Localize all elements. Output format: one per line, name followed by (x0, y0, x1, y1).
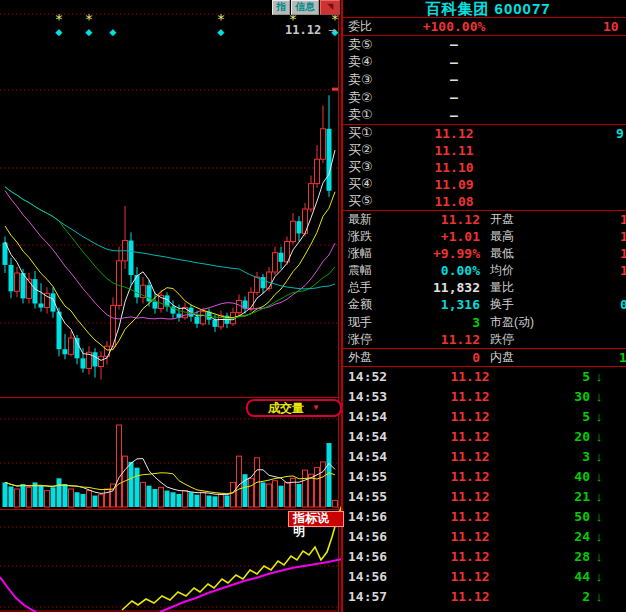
down-arrow-icon: ↓ (590, 549, 608, 564)
ask-level-row[interactable]: 卖③— (343, 71, 626, 89)
info-button[interactable]: 信息 (291, 0, 319, 15)
tick-time: 14:56 (343, 509, 412, 524)
tick-volume: 50 (528, 509, 590, 524)
tick-volume: 28 (528, 549, 590, 564)
info-label: 金额 (343, 296, 392, 313)
time-and-sales-list[interactable]: 14:5211.125↓14:5311.1230↓14:5411.125↓14:… (343, 367, 626, 612)
ask-level-price: — (394, 37, 514, 52)
ask-level-row[interactable]: 卖④— (343, 54, 626, 72)
tick-row: 14:5311.1230↓ (343, 387, 626, 407)
quote-info-row: 涨停11.12跌停 (343, 331, 626, 348)
kline-chart-region[interactable]: *****◆◆◆◆◆ 指 信息 ◥ 11.12 → 成交量 ▼ 指标说明 (0, 0, 344, 612)
tick-time: 14:56 (343, 529, 412, 544)
tick-volume: 21 (528, 489, 590, 504)
asterisk-marker-icon: * (55, 11, 63, 27)
bid-level-row[interactable]: 买②11.11 (343, 142, 626, 159)
volume-pane-selector[interactable]: 成交量 ▼ (246, 399, 342, 417)
down-arrow-icon: ↓ (590, 569, 608, 584)
weibi-row: 委比 +100.00% 10 (343, 18, 626, 36)
info-value: 11.12 (392, 212, 480, 227)
quote-info-row: 震幅0.00%均价1 (343, 262, 626, 279)
tick-time: 14:54 (343, 429, 412, 444)
tick-volume: 24 (528, 529, 590, 544)
last-price-tag: 11.12 → (285, 23, 336, 37)
down-arrow-icon: ↓ (590, 449, 608, 464)
down-arrow-icon: ↓ (590, 509, 608, 524)
waipan-value: 0 (392, 350, 480, 365)
down-arrow-icon: ↓ (590, 389, 608, 404)
tick-row: 14:5711.122↓ (343, 587, 626, 607)
down-arrow-icon: ↓ (590, 369, 608, 384)
down-arrow-icon: ↓ (590, 409, 608, 424)
info-value: 11,832 (392, 280, 480, 295)
indicator-button[interactable]: 指 (272, 0, 290, 15)
bid-level-label: 买⑤ (343, 192, 394, 210)
bid-levels: 买①11.129买②11.11买③11.10买④11.09买⑤11.08 (343, 125, 626, 211)
ask-level-price: — (394, 90, 514, 105)
down-arrow-icon: ↓ (590, 529, 608, 544)
bid-level-price: 11.11 (394, 143, 514, 158)
tick-time: 14:56 (343, 569, 412, 584)
asterisk-marker-icon: * (85, 11, 93, 27)
info-label: 换手 (490, 296, 564, 313)
tick-time: 14:54 (343, 449, 412, 464)
tick-price: 11.12 (412, 429, 528, 444)
tick-row: 14:5611.1228↓ (343, 547, 626, 567)
down-arrow-icon: ↓ (590, 429, 608, 444)
info-label: 总手 (343, 279, 392, 296)
tick-volume: 40 (528, 469, 590, 484)
diamond-marker-icon: ◆ (56, 27, 63, 37)
tick-volume: 2 (528, 589, 590, 604)
info-label: 涨幅 (343, 245, 392, 262)
info-value-clipped: 1 (620, 263, 626, 278)
stock-title: 百科集团 600077 (343, 0, 626, 18)
weicha-value-clipped: 10 (603, 19, 619, 34)
right-arrow-icon: → (328, 23, 335, 37)
tick-volume: 3 (528, 449, 590, 464)
ask-level-row[interactable]: 卖②— (343, 89, 626, 107)
ask-level-row[interactable]: 卖①— (343, 106, 626, 124)
asterisk-marker-icon: * (217, 11, 225, 27)
quote-info-grid: 最新11.12开盘1涨跌+1.01最高1涨幅+9.99%最低1震幅0.00%均价… (343, 211, 626, 348)
tick-volume: 44 (528, 569, 590, 584)
tick-volume: 5 (528, 369, 590, 384)
tick-price: 11.12 (412, 369, 528, 384)
bid-level-label: 买② (343, 141, 394, 159)
stock-terminal-window: *****◆◆◆◆◆ 指 信息 ◥ 11.12 → 成交量 ▼ 指标说明 百科集… (0, 0, 626, 612)
bid-level-row[interactable]: 买⑤11.08 (343, 193, 626, 210)
bid-level-label: 买① (343, 124, 394, 142)
tick-time: 14:54 (343, 409, 412, 424)
tick-time: 14:57 (343, 589, 412, 604)
bid-level-row[interactable]: 买④11.09 (343, 176, 626, 193)
info-value-clipped: 1 (620, 229, 626, 244)
info-value-clipped: 1 (620, 246, 626, 261)
bid-level-row[interactable]: 买①11.129 (343, 125, 626, 142)
info-label: 涨停 (343, 331, 392, 348)
tick-price: 11.12 (412, 449, 528, 464)
info-label: 现手 (343, 314, 392, 331)
indicator-help-button[interactable]: 指标说明 (288, 511, 344, 527)
bid-level-price: 11.10 (394, 160, 514, 175)
info-value: +1.01 (392, 229, 480, 244)
ask-level-label: 卖① (343, 106, 394, 124)
tick-price: 11.12 (412, 569, 528, 584)
quote-info-row: 金额1,316换手0 (343, 296, 626, 313)
bid-level-row[interactable]: 买③11.10 (343, 159, 626, 176)
bid-level-label: 买④ (343, 175, 394, 193)
info-label: 量比 (490, 279, 564, 296)
bid-level-price: 11.12 (394, 126, 514, 141)
ask-levels: 卖⑤—卖④—卖③—卖②—卖①— (343, 36, 626, 125)
tick-price: 11.12 (412, 529, 528, 544)
diamond-marker-icon: ◆ (86, 27, 93, 37)
tick-row: 14:5611.1224↓ (343, 527, 626, 547)
info-label: 均价 (490, 262, 564, 279)
weibi-label: 委比 (343, 18, 394, 35)
ask-level-row[interactable]: 卖⑤— (343, 36, 626, 54)
quote-info-row: 涨跌+1.01最高1 (343, 228, 626, 245)
red-flag-icon[interactable]: ◥ (320, 0, 340, 15)
bid-level-price: 11.08 (394, 194, 514, 209)
tick-volume: 30 (528, 389, 590, 404)
tick-row: 14:5611.1250↓ (343, 507, 626, 527)
tick-row: 14:5411.123↓ (343, 447, 626, 467)
ask-level-label: 卖③ (343, 71, 394, 89)
